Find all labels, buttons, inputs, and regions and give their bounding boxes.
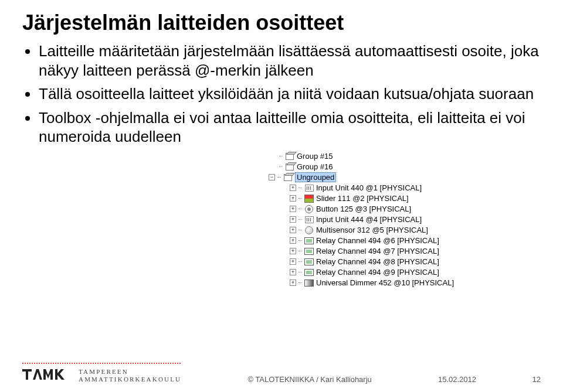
tree-ungrouped-label[interactable]: Ungrouped <box>295 172 336 182</box>
slider-icon <box>304 195 314 203</box>
tree-connector <box>299 272 302 272</box>
slide: Järjestelmän laitteiden osoitteet Laitte… <box>0 0 563 392</box>
tree-device-label: Relay Channel 494 @6 [PHYSICAL] <box>316 236 439 245</box>
bullet-item: Laitteille määritetään järjestelmään lis… <box>39 42 541 80</box>
footer-center: © TALOTEKNIIKKA / Kari Kallioharju <box>181 375 438 384</box>
tree-device-label: Button 125 @3 [PHYSICAL] <box>316 204 411 213</box>
brand-text: TAMPEREEN AMMATTIKORKEAKOULU <box>79 368 181 384</box>
tree-device-label: Input Unit 444 @4 [PHYSICAL] <box>316 215 422 224</box>
expand-icon[interactable]: + <box>290 279 296 286</box>
tree-device-row[interactable]: +Input Unit 444 @4 [PHYSICAL] <box>269 214 541 225</box>
footer-divider <box>22 363 181 364</box>
tree-device-label: Slider 111 @2 [PHYSICAL] <box>316 194 409 203</box>
slide-title: Järjestelmän laitteiden osoitteet <box>22 11 541 35</box>
footer-page: 12 <box>500 375 541 384</box>
tree-device-row[interactable]: +Button 125 @3 [PHYSICAL] <box>269 204 541 214</box>
tree-connector <box>299 219 302 220</box>
relay-icon <box>304 268 314 277</box>
collapse-icon[interactable]: − <box>269 174 275 180</box>
tree-device-row[interactable]: +Relay Channel 494 @6 [PHYSICAL] <box>269 236 541 246</box>
tree-connector <box>279 156 283 156</box>
tree-group-label: Group #15 <box>297 152 333 161</box>
relay-icon <box>304 258 314 266</box>
device-tree: Group #15 Group #16 − Ungrouped +Input U… <box>269 151 541 288</box>
expand-icon[interactable]: + <box>290 206 296 212</box>
tree-connector <box>299 198 302 199</box>
tree-device-label: Relay Channel 494 @7 [PHYSICAL] <box>316 247 439 255</box>
tree-device-label: Universal Dimmer 452 @10 [PHYSICAL] <box>316 278 454 287</box>
footer-date: 15.02.2012 <box>438 375 476 384</box>
tree-connector <box>299 240 302 241</box>
tree-device-row[interactable]: +Slider 111 @2 [PHYSICAL] <box>269 193 541 204</box>
footer: TAMPEREEN AMMATTIKORKEAKOULU © TALOTEKNI… <box>22 368 541 384</box>
expand-icon[interactable]: + <box>290 269 296 275</box>
brand-logo: TAMPEREEN AMMATTIKORKEAKOULU <box>22 368 181 384</box>
tree-device-row[interactable]: +Relay Channel 494 @8 [PHYSICAL] <box>269 257 541 267</box>
tree-group-row: Group #15 <box>269 151 541 162</box>
tree-device-row[interactable]: +Input Unit 440 @1 [PHYSICAL] <box>269 183 541 193</box>
tree-connector <box>277 177 281 178</box>
bullet-item: Toolbox -ohjelmalla ei voi antaa laittei… <box>39 108 541 146</box>
tree-device-label: Relay Channel 494 @8 [PHYSICAL] <box>316 257 439 266</box>
bullet-item: Tällä osoitteella laitteet yksilöidään j… <box>39 84 541 104</box>
btn-icon <box>304 205 314 213</box>
tree-device-row[interactable]: +Universal Dimmer 452 @10 [PHYSICAL] <box>269 278 541 288</box>
expand-icon[interactable]: + <box>290 195 296 202</box>
tree-connector <box>299 261 302 262</box>
tree-connector <box>299 230 302 230</box>
tree-device-label: Relay Channel 494 @9 [PHYSICAL] <box>316 268 439 277</box>
tree-device-label: Input Unit 440 @1 [PHYSICAL] <box>316 183 422 192</box>
tamk-logo-icon <box>22 368 73 381</box>
tree-ungrouped-row[interactable]: − Ungrouped <box>269 172 541 183</box>
input-icon <box>304 184 314 192</box>
tree-device-row[interactable]: +Relay Channel 494 @9 [PHYSICAL] <box>269 267 541 278</box>
tree-device-label: Multisensor 312 @5 [PHYSICAL] <box>316 226 428 234</box>
expand-icon[interactable]: + <box>290 216 296 223</box>
dim-icon <box>304 279 314 287</box>
relay-icon <box>304 247 314 255</box>
tree-device-row[interactable]: +Multisensor 312 @5 [PHYSICAL] <box>269 225 541 236</box>
tree-group-label: Group #16 <box>297 162 333 171</box>
tree-device-row[interactable]: +Relay Channel 494 @7 [PHYSICAL] <box>269 246 541 257</box>
expand-icon[interactable]: + <box>290 185 296 191</box>
tree-connector <box>279 166 283 167</box>
tree-connector <box>299 188 302 188</box>
tree-connector <box>299 282 302 283</box>
multi-icon <box>304 226 314 234</box>
cube-icon <box>285 152 294 161</box>
tree-group-row: Group #16 <box>269 162 541 172</box>
brand-line2: AMMATTIKORKEAKOULU <box>79 376 181 383</box>
cube-icon <box>283 173 293 182</box>
bullet-list: Laitteille määritetään järjestelmään lis… <box>22 42 541 146</box>
input-icon <box>304 216 314 224</box>
expand-icon[interactable]: + <box>290 227 296 233</box>
tree-connector <box>299 209 302 209</box>
expand-icon[interactable]: + <box>290 258 296 265</box>
tree-connector <box>299 251 302 251</box>
svg-rect-1 <box>26 369 28 380</box>
cube-icon <box>285 163 294 171</box>
expand-icon[interactable]: + <box>290 248 296 254</box>
relay-icon <box>304 237 314 245</box>
brand-line1: TAMPEREEN <box>79 368 128 375</box>
expand-icon[interactable]: + <box>290 237 296 244</box>
